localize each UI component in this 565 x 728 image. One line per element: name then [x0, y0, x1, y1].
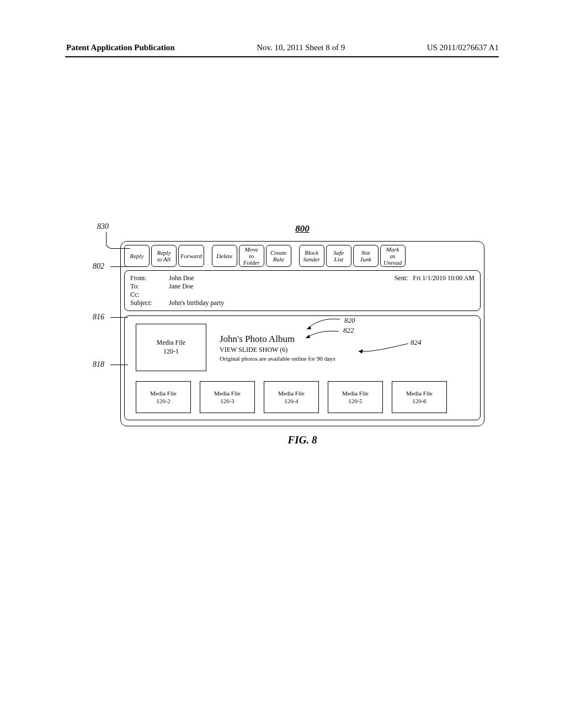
block-sender-button[interactable]: BlockSender — [299, 245, 324, 267]
view-slideshow-link[interactable]: VIEW SLIDE SHOW (6) — [220, 346, 335, 354]
email-window: Reply Replyto All Forward Delete MovetoF… — [120, 241, 484, 426]
toolbar: Reply Replyto All Forward Delete MovetoF… — [124, 245, 481, 267]
to-value: Jane Doe — [169, 282, 193, 291]
toolbar-group-1: Reply Replyto All Forward — [124, 245, 204, 267]
ref-802: 802 — [93, 262, 104, 271]
from-value: John Doe — [169, 274, 194, 282]
media-file-5[interactable]: Media File120-5 — [328, 381, 383, 413]
sent-label: Sent: — [395, 274, 408, 282]
header-center: Nov. 10, 2011 Sheet 8 of 9 — [257, 43, 345, 52]
header-right: US 2011/0276637 A1 — [427, 43, 499, 52]
sent-value: Fri 1/1/2010 10:00 AM — [413, 274, 475, 282]
page-header: Patent Application Publication Nov. 10, … — [66, 43, 499, 52]
ref-822: 822 — [343, 326, 354, 335]
cc-label: Cc: — [130, 291, 169, 299]
media-file-1[interactable]: Media File120-1 — [136, 324, 206, 371]
ref-818: 818 — [93, 360, 104, 369]
ref-802-tick — [110, 266, 128, 267]
media-file-6[interactable]: Media File120-6 — [392, 381, 447, 413]
sent-field: Sent: Fri 1/1/2010 10:00 AM — [395, 274, 475, 282]
header-rule — [65, 56, 499, 57]
safe-list-button[interactable]: SafeList — [326, 245, 351, 267]
ref-800: 800 — [86, 223, 519, 234]
svg-marker-2 — [359, 349, 363, 354]
create-rule-button[interactable]: CreateRule — [266, 245, 291, 267]
subject-value: John's birthday party — [169, 299, 224, 307]
ref-824: 824 — [411, 338, 422, 347]
figure-caption: FIG. 8 — [120, 434, 484, 446]
from-label: From: — [130, 274, 169, 282]
album-row: Media File120-1 John's Photo Album VIEW … — [136, 324, 472, 371]
media-file-3[interactable]: Media File120-3 — [200, 381, 255, 413]
message-body: Media File120-1 John's Photo Album VIEW … — [124, 315, 481, 420]
toolbar-group-2: Delete MovetoFolder CreateRule — [212, 245, 291, 267]
subject-label: Subject: — [130, 299, 169, 307]
header-left: Patent Application Publication — [66, 43, 175, 52]
to-label: To: — [130, 282, 169, 291]
ref-816: 816 — [93, 313, 104, 322]
svg-marker-1 — [306, 335, 310, 338]
thumbnail-row: Media File120-2 Media File120-3 Media Fi… — [136, 381, 472, 413]
forward-button[interactable]: Forward — [178, 245, 204, 267]
mark-unread-button[interactable]: MarkasUnread — [380, 245, 406, 267]
figure-8: 830 800 802 816 818 Reply Replyto All Fo… — [66, 223, 499, 446]
email-outer: Reply Replyto All Forward Delete MovetoF… — [120, 241, 484, 426]
delete-button[interactable]: Delete — [212, 245, 237, 267]
ref-816-tick — [110, 317, 128, 318]
media-file-2[interactable]: Media File120-2 — [136, 381, 191, 413]
reply-all-button[interactable]: Replyto All — [151, 245, 177, 267]
move-to-folder-button[interactable]: MovetoFolder — [239, 245, 264, 267]
ref-820: 820 — [344, 316, 355, 325]
ref-830-leader — [106, 232, 130, 249]
media-file-4[interactable]: Media File120-4 — [264, 381, 319, 413]
message-header: From: John Doe To: Jane Doe Cc: Subject:… — [124, 270, 481, 311]
ref-818-tick — [110, 365, 128, 365]
album-note: Original photos are available online for… — [220, 355, 335, 362]
toolbar-group-3: BlockSender SafeList NotJunk MarkasUnrea… — [299, 245, 406, 267]
not-junk-button[interactable]: NotJunk — [353, 245, 379, 267]
